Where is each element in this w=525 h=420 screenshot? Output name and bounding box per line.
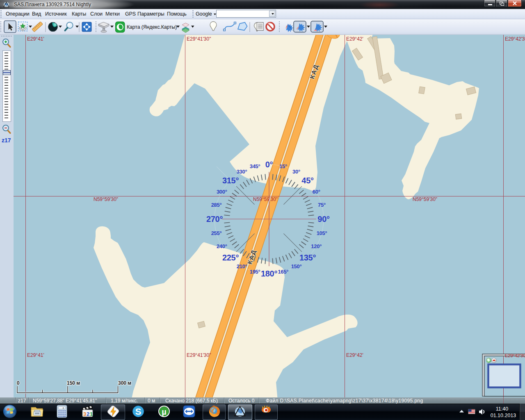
svg-text:N59°59'30": N59°59'30" <box>94 196 118 202</box>
svg-text:E29°41': E29°41' <box>27 352 44 358</box>
svg-text:µ: µ <box>162 407 167 416</box>
svg-text:0: 0 <box>17 380 20 386</box>
svg-text:0°: 0° <box>265 160 273 169</box>
svg-text:E29°42': E29°42' <box>346 352 363 358</box>
svg-text:N59°59'30": N59°59'30" <box>253 196 278 202</box>
svg-text:45°: 45° <box>301 176 314 185</box>
svg-text:z17: z17 <box>2 137 11 144</box>
svg-text:30°: 30° <box>292 169 300 175</box>
svg-text:E29°41'30": E29°41'30" <box>187 352 211 358</box>
svg-text:300 м: 300 м <box>118 380 131 386</box>
svg-text:75°: 75° <box>318 202 326 208</box>
svg-text:2: 2 <box>87 411 89 417</box>
svg-text:120°: 120° <box>311 243 322 249</box>
svg-text:E29°42'30": E29°42'30" <box>505 353 525 358</box>
svg-text:N59°59'30": N59°59'30" <box>413 196 437 202</box>
svg-text:195°: 195° <box>250 269 260 275</box>
svg-text:240°: 240° <box>217 243 227 249</box>
svg-text:105°: 105° <box>317 230 327 236</box>
svg-text:E29°42': E29°42' <box>346 36 363 42</box>
svg-text:255°: 255° <box>211 230 222 236</box>
svg-text:11:40: 11:40 <box>496 406 508 412</box>
svg-text:270°: 270° <box>206 215 223 224</box>
svg-text:E29°41': E29°41' <box>27 36 44 42</box>
svg-text:E29°41'30": E29°41'30" <box>187 36 211 42</box>
svg-text:210°: 210° <box>237 263 247 269</box>
svg-text:01.10.2013: 01.10.2013 <box>491 413 516 418</box>
svg-text:150°: 150° <box>291 263 302 269</box>
svg-text:345°: 345° <box>250 163 260 169</box>
svg-text:15°: 15° <box>279 163 287 169</box>
svg-text:E29°42'30": E29°42'30" <box>505 36 525 42</box>
svg-text:90°: 90° <box>317 215 330 224</box>
svg-text:330°: 330° <box>237 169 247 175</box>
svg-text:S: S <box>135 406 142 417</box>
svg-text:150 м: 150 м <box>67 380 80 386</box>
svg-text:180°: 180° <box>261 269 277 278</box>
svg-text:285°: 285° <box>211 202 222 208</box>
svg-text:1: 1 <box>90 411 93 417</box>
svg-text:Карта (Яндекс.Карты): Карта (Яндекс.Карты) <box>127 24 177 30</box>
svg-text:225°: 225° <box>222 253 239 262</box>
svg-text:60°: 60° <box>313 189 320 195</box>
svg-text:165°: 165° <box>278 269 289 275</box>
svg-text:3: 3 <box>83 411 86 417</box>
svg-text:300°: 300° <box>217 189 227 195</box>
svg-text:315°: 315° <box>222 176 239 185</box>
svg-text:135°: 135° <box>299 253 316 262</box>
